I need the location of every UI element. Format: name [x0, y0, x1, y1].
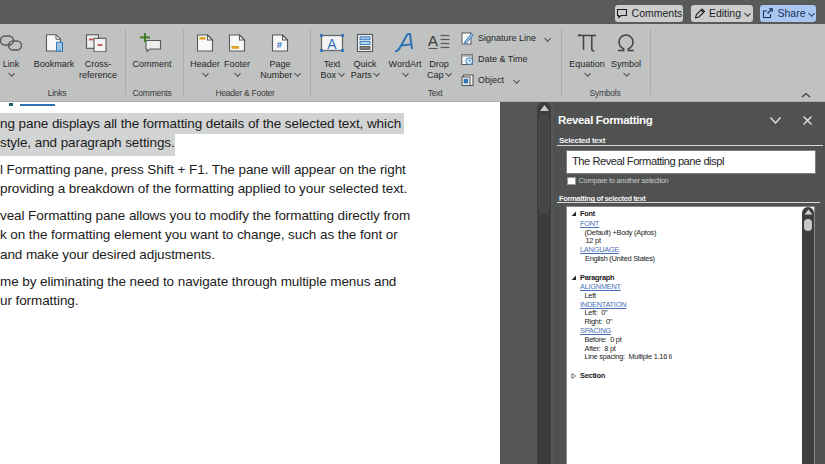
svg-text:#: #: [277, 39, 283, 50]
svg-text:A: A: [428, 33, 439, 49]
svg-text:A: A: [327, 35, 337, 51]
